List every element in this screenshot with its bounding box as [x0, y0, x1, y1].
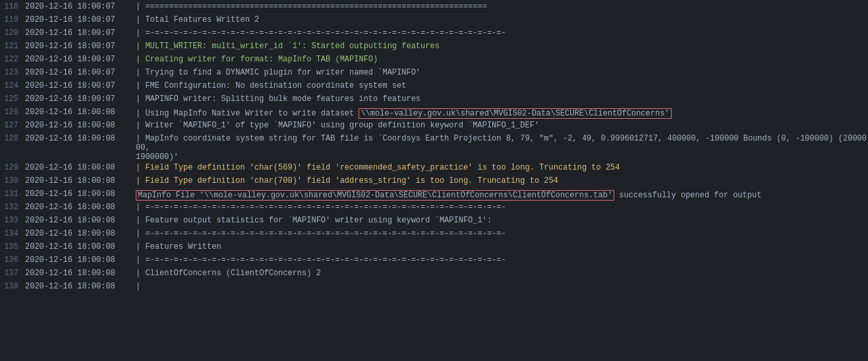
- log-row: 1272020-12-16 18:00:08| Writer `MAPINFO_…: [0, 120, 868, 133]
- log-row: 1202020-12-16 18:00:07| =-=-=-=-=-=-=-=-…: [0, 28, 868, 41]
- log-row: 1322020-12-16 18:00:08| =-=-=-=-=-=-=-=-…: [0, 202, 868, 215]
- timestamp: 2020-12-16 18:00:07: [25, 28, 130, 38]
- line-number: 127: [0, 121, 25, 130]
- log-message: |: [136, 282, 868, 291]
- timestamp: 2020-12-16 18:00:08: [25, 229, 130, 238]
- timestamp: 2020-12-16 18:00:08: [25, 189, 130, 199]
- line-number: 131: [0, 189, 25, 199]
- line-number: 137: [0, 269, 25, 278]
- log-message: | Using MapInfo Native Writer to write d…: [136, 108, 868, 119]
- log-message: | MULTI_WRITER: multi_writer_id `1': Sta…: [136, 42, 868, 51]
- log-row: 1372020-12-16 18:00:08| ClientOfConcerns…: [0, 268, 868, 281]
- line-number: 134: [0, 229, 25, 238]
- log-row: 1232020-12-16 18:00:07| Trying to find a…: [0, 67, 868, 81]
- timestamp: 2020-12-16 18:00:07: [25, 68, 130, 77]
- log-row: 1302020-12-16 18:00:08| Field Type defin…: [0, 176, 868, 189]
- timestamp: 2020-12-16 18:00:08: [25, 163, 130, 172]
- log-message: | ClientOfConcerns (ClientOfConcerns) 2: [136, 269, 868, 278]
- log-row: 1382020-12-16 18:00:08|: [0, 281, 868, 294]
- log-message: | Creating writer for format: MapInfo TA…: [136, 55, 868, 64]
- timestamp: 2020-12-16 18:00:08: [25, 108, 130, 117]
- line-number: 126: [0, 108, 25, 117]
- log-message: | Trying to find a DYNAMIC plugin for wr…: [136, 68, 868, 77]
- line-number: 135: [0, 242, 25, 251]
- timestamp: 2020-12-16 18:00:07: [25, 42, 130, 51]
- line-number: 120: [0, 28, 25, 38]
- timestamp: 2020-12-16 18:00:08: [25, 134, 130, 143]
- timestamp: 2020-12-16 18:00:07: [25, 81, 130, 90]
- log-row: 1332020-12-16 18:00:08| Feature output s…: [0, 215, 868, 228]
- log-row: 1192020-12-16 18:00:07| Total Features W…: [0, 15, 868, 28]
- log-container: 1182020-12-16 18:00:07| ================…: [0, 0, 868, 361]
- line-number: 119: [0, 15, 25, 24]
- log-row: 1242020-12-16 18:00:07| FME Configuratio…: [0, 81, 868, 94]
- line-number: 122: [0, 55, 25, 64]
- timestamp: 2020-12-16 18:00:07: [25, 15, 130, 24]
- log-message: | FME Configuration: No destination coor…: [136, 81, 868, 90]
- timestamp: 2020-12-16 18:00:08: [25, 176, 130, 185]
- log-message: | Field Type definition 'char(569)' fiel…: [136, 163, 868, 172]
- line-number: 133: [0, 216, 25, 225]
- log-row: 1352020-12-16 18:00:08| Features Written: [0, 242, 868, 255]
- log-row: 1262020-12-16 18:00:08| Using MapInfo Na…: [0, 107, 868, 120]
- log-row: 1182020-12-16 18:00:07| ================…: [0, 1, 868, 15]
- line-number: 118: [0, 2, 25, 11]
- line-number: 132: [0, 203, 25, 212]
- timestamp: 2020-12-16 18:00:08: [25, 282, 130, 291]
- log-row: 1362020-12-16 18:00:08| =-=-=-=-=-=-=-=-…: [0, 255, 868, 268]
- line-number: 130: [0, 176, 25, 185]
- timestamp: 2020-12-16 18:00:07: [25, 94, 130, 104]
- line-number: 121: [0, 42, 25, 51]
- log-message: | ======================================…: [136, 2, 868, 11]
- log-row: 1222020-12-16 18:00:07| Creating writer …: [0, 54, 868, 67]
- line-number: 136: [0, 255, 25, 265]
- log-row: 1312020-12-16 18:00:08MapInfo File '\\mo…: [0, 189, 868, 202]
- line-number: 129: [0, 163, 25, 172]
- timestamp: 2020-12-16 18:00:08: [25, 203, 130, 212]
- log-message: | Field Type definition 'char(700)' fiel…: [136, 176, 868, 185]
- log-message: | Writer `MAPINFO_1' of type `MAPINFO' u…: [136, 121, 868, 130]
- line-number: 123: [0, 68, 25, 77]
- log-row: 1212020-12-16 18:00:07| MULTI_WRITER: mu…: [0, 41, 868, 54]
- log-message: | MapInfo coordinate system string for T…: [136, 134, 868, 162]
- line-number: 125: [0, 94, 25, 104]
- timestamp: 2020-12-16 18:00:07: [25, 2, 130, 11]
- timestamp: 2020-12-16 18:00:07: [25, 55, 130, 64]
- line-number: 124: [0, 81, 25, 90]
- log-row: 1342020-12-16 18:00:08| =-=-=-=-=-=-=-=-…: [0, 228, 868, 242]
- log-message: | Feature output statistics for `MAPINFO…: [136, 216, 868, 225]
- timestamp: 2020-12-16 18:00:08: [25, 242, 130, 251]
- log-row: 1252020-12-16 18:00:07| MAPINFO writer: …: [0, 94, 868, 107]
- log-message: | =-=-=-=-=-=-=-=-=-=-=-=-=-=-=-=-=-=-=-…: [136, 203, 868, 212]
- timestamp: 2020-12-16 18:00:08: [25, 255, 130, 265]
- log-message: | =-=-=-=-=-=-=-=-=-=-=-=-=-=-=-=-=-=-=-…: [136, 229, 868, 238]
- log-message: | MAPINFO writer: Splitting bulk mode fe…: [136, 94, 868, 104]
- line-number: 138: [0, 282, 25, 291]
- log-row: 1292020-12-16 18:00:08| Field Type defin…: [0, 162, 868, 176]
- timestamp: 2020-12-16 18:00:08: [25, 216, 130, 225]
- log-row: 1282020-12-16 18:00:08| MapInfo coordina…: [0, 133, 868, 162]
- log-message: | Total Features Written 2: [136, 15, 868, 24]
- log-message: | =-=-=-=-=-=-=-=-=-=-=-=-=-=-=-=-=-=-=-…: [136, 28, 868, 38]
- log-message: | =-=-=-=-=-=-=-=-=-=-=-=-=-=-=-=-=-=-=-…: [136, 255, 868, 265]
- line-number: 128: [0, 134, 25, 143]
- log-message: MapInfo File '\\mole-valley.gov.uk\share…: [136, 189, 868, 201]
- log-message: | Features Written: [136, 242, 868, 251]
- timestamp: 2020-12-16 18:00:08: [25, 121, 130, 130]
- timestamp: 2020-12-16 18:00:08: [25, 269, 130, 278]
